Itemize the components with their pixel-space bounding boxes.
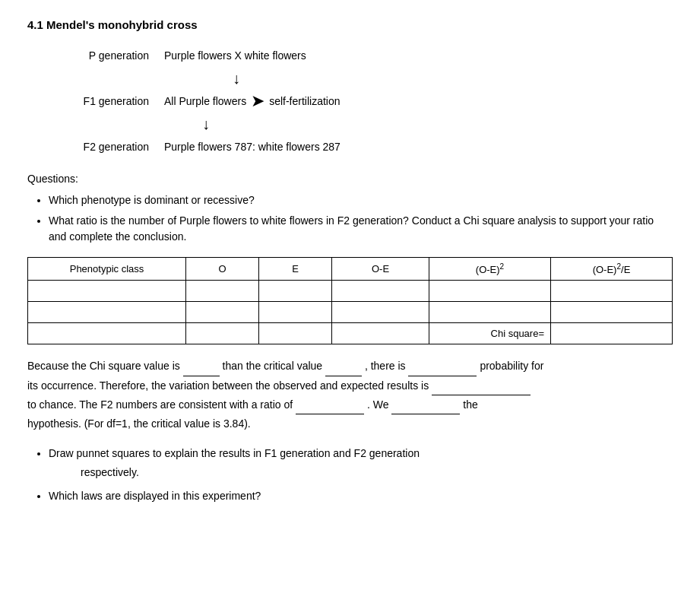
- f1-generation-content-row: All Purple flowers ➤ self-fertilization: [164, 91, 340, 111]
- cell-1-4: [332, 281, 429, 302]
- cell-3-6: [551, 323, 673, 344]
- cell-2-5: [429, 302, 551, 323]
- cell-2-2: [186, 302, 259, 323]
- conclusion-section: Because the Chi square value is than the…: [27, 357, 673, 433]
- cell-1-6: [551, 281, 673, 302]
- col-header-e: E: [259, 258, 332, 281]
- cell-1-3: [259, 281, 332, 302]
- table-header-row: Phenotypic class O E O-E (O-E)2 (O-E)2/E: [28, 258, 673, 281]
- blank-critical-value: [325, 366, 362, 376]
- conclusion-text9: hypothesis. (For df=1, the critical valu…: [27, 417, 251, 430]
- arrow-down-1: ↓: [233, 70, 240, 87]
- table-row-1: [28, 281, 673, 302]
- generation-table: P generation Purple flowers X white flow…: [73, 45, 673, 157]
- blank-probability: [408, 366, 477, 376]
- bullet2-1-sub: respectively.: [81, 465, 673, 481]
- arrow-row-2: ↓: [73, 113, 673, 135]
- f1-generation-content: All Purple flowers: [164, 95, 246, 107]
- conclusion-text5: its occurrence. Therefore, the variation…: [27, 379, 429, 392]
- f2-generation-content: Purple flowers 787: white flowers 287: [164, 141, 340, 153]
- blank-we: [391, 404, 460, 414]
- bullet2-1: Draw punnet squares to explain the resul…: [49, 446, 673, 481]
- f2-generation-label: F2 generation: [73, 141, 164, 153]
- questions-section: Questions: Which phenotype is dominant o…: [27, 173, 673, 245]
- conclusion-text2: than the critical value: [223, 360, 323, 372]
- cell-1-2: [186, 281, 259, 302]
- self-fert-arrow-icon: ➤: [251, 91, 264, 111]
- cell-3-3: [259, 323, 332, 344]
- cell-3-4: [332, 323, 429, 344]
- question-2: What ratio is the number of Purple flowe…: [49, 213, 673, 245]
- bullet2-1-main: Draw punnet squares to explain the resul…: [49, 447, 420, 459]
- chi-square-table: Phenotypic class O E O-E (O-E)2 (O-E)2/E: [27, 257, 673, 344]
- col-header-phenotypic: Phenotypic class: [28, 258, 186, 281]
- cell-1-1: [28, 281, 186, 302]
- arrow-down-2: ↓: [202, 116, 210, 133]
- blank-ratio: [296, 404, 364, 414]
- p-generation-content: Purple flowers X white flowers: [164, 49, 306, 62]
- col-header-oe2: (O-E)2: [429, 258, 551, 281]
- cell-3-2: [186, 323, 259, 344]
- f1-generation-row: F1 generation All Purple flowers ➤ self-…: [73, 90, 673, 112]
- conclusion-text4: probability for: [480, 360, 543, 372]
- p-generation-label: P generation: [73, 49, 164, 62]
- question-1: Which phenotype is dominant or recessive…: [49, 192, 673, 208]
- col-header-oe: O-E: [332, 258, 429, 281]
- page-title: 4.1 Mendel's monohybrid cross: [27, 18, 673, 31]
- blank-chi-value: [183, 366, 220, 376]
- questions-label: Questions:: [27, 173, 673, 185]
- conclusion-text1: Because the Chi square value is: [27, 360, 180, 372]
- blank-variation: [432, 385, 531, 395]
- f1-self-fert-label: self-fertilization: [269, 95, 340, 107]
- conclusion-text6: to chance. The F2 numbers are consistent…: [27, 398, 293, 411]
- col-header-oe2e: (O-E)2/E: [551, 258, 673, 281]
- arrow-row-1: ↓: [73, 68, 673, 89]
- cell-2-6: [551, 302, 673, 323]
- bullet2-2: Which laws are displayed in this experim…: [49, 488, 673, 504]
- bullet-section-2: Draw punnet squares to explain the resul…: [27, 446, 673, 504]
- f2-generation-row: F2 generation Purple flowers 787: white …: [73, 136, 673, 157]
- cell-3-1: [28, 323, 186, 344]
- conclusion-text8: the: [463, 398, 477, 411]
- table-row-3: Chi square=: [28, 323, 673, 344]
- conclusion-text7: . We: [367, 398, 389, 411]
- table-row-2: [28, 302, 673, 323]
- col-header-o: O: [186, 258, 259, 281]
- questions-list: Which phenotype is dominant or recessive…: [49, 192, 673, 245]
- cell-3-5: Chi square=: [429, 323, 551, 344]
- cell-2-1: [28, 302, 186, 323]
- conclusion-text3: , there is: [365, 360, 406, 372]
- cell-2-3: [259, 302, 332, 323]
- bullets-list-2: Draw punnet squares to explain the resul…: [49, 446, 673, 504]
- bullet2-2-main: Which laws are displayed in this experim…: [49, 490, 261, 502]
- f1-generation-label: F1 generation: [73, 95, 164, 107]
- cell-1-5: [429, 281, 551, 302]
- cell-2-4: [332, 302, 429, 323]
- p-generation-row: P generation Purple flowers X white flow…: [73, 45, 673, 66]
